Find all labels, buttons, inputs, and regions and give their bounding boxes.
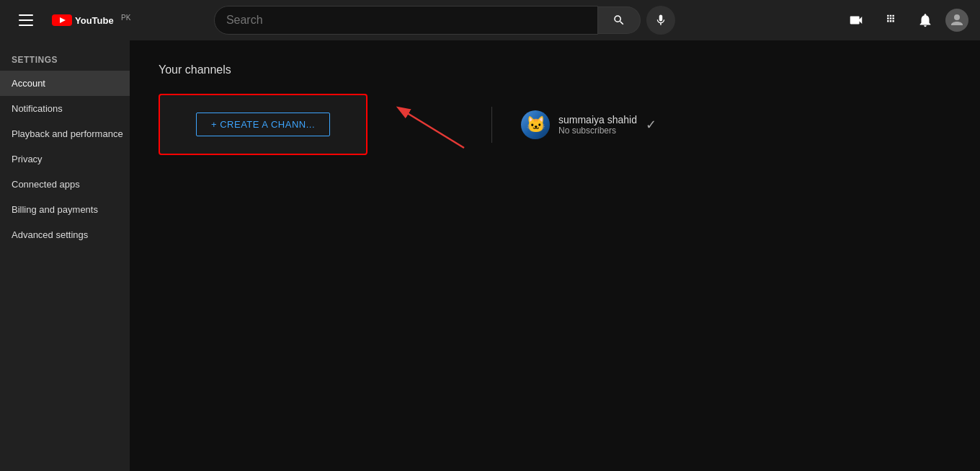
sidebar-item-playback[interactable]: Playback and performance [0, 121, 130, 146]
search-input[interactable] [215, 6, 597, 34]
create-video-button[interactable] [842, 6, 870, 35]
yt-logo-icon: YouTube [52, 13, 117, 27]
search-button[interactable] [598, 6, 641, 34]
mic-icon [654, 14, 667, 27]
sidebar-item-privacy[interactable]: Privacy [0, 146, 130, 172]
channels-row: + CREATE A CHANN... [159, 94, 951, 155]
top-navigation: YouTube PK [0, 0, 980, 40]
channel-subscribers: No subscribers [558, 126, 637, 136]
channel-item[interactable]: 🐱 summaiya shahid No subscribers ✓ [512, 105, 665, 145]
apps-button[interactable] [876, 6, 905, 35]
channel-avatar-inner: 🐱 [521, 110, 550, 139]
bell-icon [917, 12, 933, 28]
create-icon [848, 12, 864, 28]
page-title: Your channels [159, 63, 951, 76]
arrow-svg [385, 94, 471, 155]
check-icon: ✓ [646, 117, 656, 133]
search-icon [612, 14, 625, 27]
search-input-wrap [214, 6, 598, 35]
topnav-right [842, 6, 968, 35]
settings-label: SETTINGS [0, 46, 130, 71]
hamburger-icon [17, 12, 35, 29]
country-badge: PK [121, 14, 130, 22]
sidebar-item-billing[interactable]: Billing and payments [0, 197, 130, 222]
youtube-logo[interactable]: YouTube PK [52, 13, 130, 27]
user-avatar-button[interactable] [945, 9, 968, 32]
voice-search-button[interactable] [646, 6, 675, 35]
sidebar: SETTINGS Account Notifications Playback … [0, 40, 130, 471]
channel-divider [491, 107, 492, 143]
topnav-left: YouTube PK [12, 6, 130, 35]
channel-info: summaiya shahid No subscribers [558, 114, 637, 136]
create-channel-card: + CREATE A CHANN... [159, 94, 368, 155]
page-layout: SETTINGS Account Notifications Playback … [0, 40, 980, 471]
main-content: Your channels + CREATE A CHANN... [130, 40, 980, 471]
sidebar-item-account[interactable]: Account [0, 71, 130, 96]
arrow-container [385, 94, 471, 155]
sidebar-item-notifications[interactable]: Notifications [0, 96, 130, 121]
svg-line-5 [399, 108, 464, 148]
svg-text:YouTube: YouTube [75, 15, 114, 26]
svg-point-3 [954, 14, 960, 20]
channel-avatar: 🐱 [521, 110, 550, 139]
search-area [214, 6, 675, 35]
apps-icon [883, 12, 899, 28]
create-channel-button[interactable]: + CREATE A CHANN... [196, 113, 330, 136]
channel-name: summaiya shahid [558, 114, 637, 126]
notifications-button[interactable] [911, 6, 940, 35]
sidebar-item-connected-apps[interactable]: Connected apps [0, 172, 130, 197]
sidebar-item-advanced[interactable]: Advanced settings [0, 222, 130, 247]
hamburger-menu-button[interactable] [12, 6, 40, 35]
avatar-icon [948, 12, 966, 29]
